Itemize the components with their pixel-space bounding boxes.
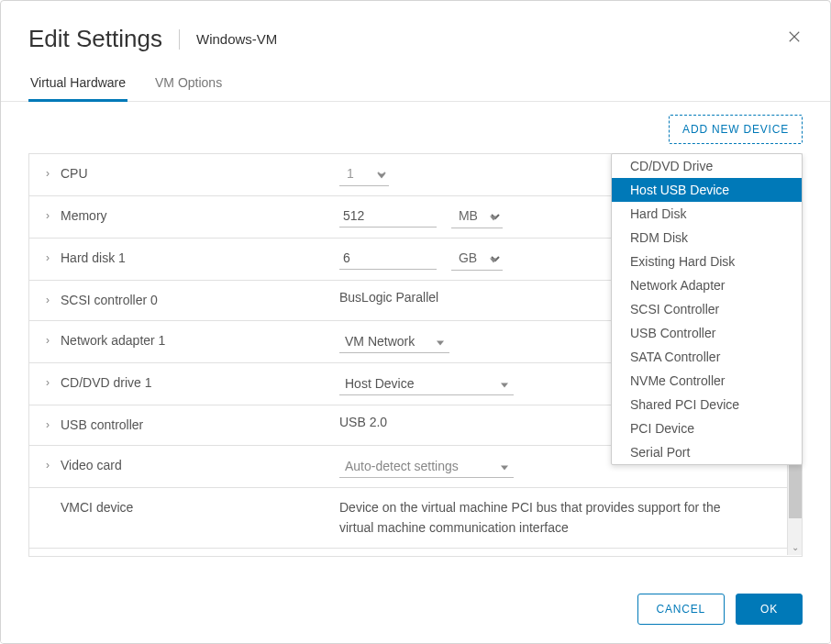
video-label: Video card [61,458,122,472]
chevron-right-icon[interactable]: › [46,459,61,472]
dropdown-item[interactable]: Hard Disk [612,202,802,226]
network-label: Network adapter 1 [61,333,165,348]
dropdown-item[interactable]: PCI Device [612,416,802,440]
dialog-header: Edit Settings Windows-VM [1,1,830,68]
chevron-right-icon[interactable]: › [46,251,61,264]
tab-vm-options[interactable]: VM Options [153,68,224,102]
cpu-label: CPU [61,166,88,181]
dialog-footer: CANCEL OK [1,575,830,643]
dropdown-item[interactable]: SCSI Controller [612,297,802,321]
dropdown-item[interactable]: Network Adapter [612,273,802,297]
cddvd-label: CD/DVD drive 1 [61,375,152,390]
memory-unit-select[interactable]: MB [451,205,503,228]
hard-disk-input[interactable] [339,249,437,270]
dropdown-item[interactable]: Serial Port [612,440,802,464]
ok-button[interactable]: OK [736,594,803,625]
dropdown-item[interactable]: RDM Disk [612,226,802,250]
row-other: › Other Additional Hardware [29,548,802,557]
dropdown-item[interactable]: NVMe Controller [612,369,802,393]
content-area: › CPU 1 › Memory MB [1,153,830,557]
toolbar: ADD NEW DEVICE [1,102,830,153]
chevron-right-icon[interactable]: › [46,209,61,222]
dropdown-item[interactable]: Host USB Device [612,178,802,202]
dropdown-item[interactable]: Shared PCI Device [612,393,802,416]
cancel-button[interactable]: CANCEL [637,594,725,625]
scsi-label: SCSI controller 0 [61,293,158,307]
cpu-select[interactable]: 1 [339,163,389,186]
row-vmci: VMCI device Device on the virtual machin… [29,487,802,548]
chevron-right-icon[interactable]: › [46,376,61,389]
memory-input[interactable] [339,206,437,228]
chevron-right-icon[interactable]: › [46,334,61,347]
vmci-label: VMCI device [61,500,133,515]
dialog-title: Edit Settings [28,25,162,53]
vmci-description: Device on the virtual machine PCI bus th… [339,497,743,539]
video-select[interactable]: Auto-detect settings [339,455,514,478]
dropdown-item[interactable]: USB Controller [612,321,802,345]
add-new-device-button[interactable]: ADD NEW DEVICE [669,115,803,144]
header-divider [179,29,180,50]
cddvd-select[interactable]: Host Device [339,372,514,395]
dropdown-item[interactable]: CD/DVD Drive [612,154,802,178]
chevron-right-icon[interactable]: › [46,294,61,306]
chevron-right-icon[interactable]: › [46,167,61,180]
network-select[interactable]: VM Network [339,330,449,353]
usb-label: USB controller [61,417,143,432]
chevron-right-icon[interactable]: › [46,418,61,431]
add-device-dropdown: CD/DVD DriveHost USB DeviceHard DiskRDM … [611,153,803,465]
close-icon[interactable] [786,28,803,49]
dropdown-item[interactable]: Existing Hard Disk [612,250,802,273]
memory-label: Memory [61,208,107,223]
hard-disk-unit-select[interactable]: GB [451,248,503,271]
chevron-down-icon[interactable]: ⌄ [792,542,799,555]
tab-virtual-hardware[interactable]: Virtual Hardware [28,68,127,102]
dropdown-item[interactable]: SATA Controller [612,345,802,369]
hard-disk-label: Hard disk 1 [61,250,126,265]
tab-bar: Virtual Hardware VM Options [1,68,830,102]
vm-name: Windows-VM [196,31,277,47]
